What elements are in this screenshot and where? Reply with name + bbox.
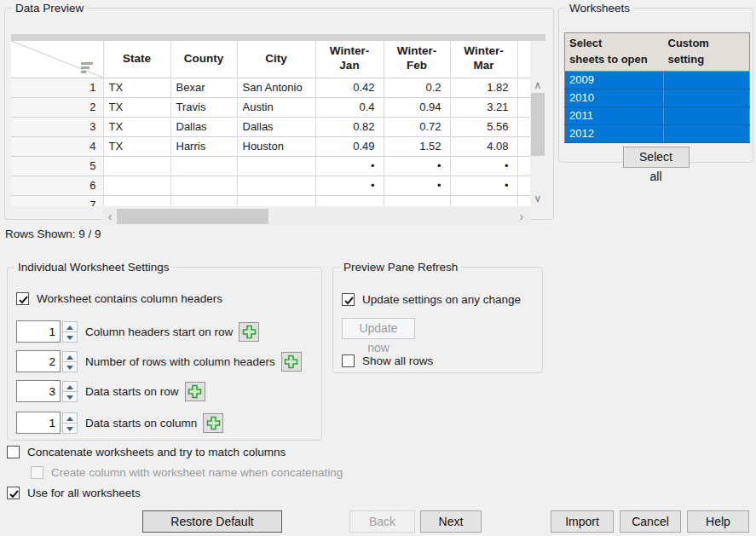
data-preview-table: State County City Winter-Jan Winter-Feb … xyxy=(11,34,545,227)
plus-icon xyxy=(188,384,202,399)
plus-icon xyxy=(206,416,221,430)
check-icon xyxy=(343,294,355,307)
column-headers-start-row-label: Column headers start on row xyxy=(85,326,233,338)
row-number: 3 xyxy=(11,117,103,136)
worksheet-row-2011[interactable]: 2011 xyxy=(565,107,750,124)
diagonal-line-icon xyxy=(11,41,103,78)
column-header-state[interactable]: State xyxy=(103,41,170,78)
row-number: 4 xyxy=(11,136,103,156)
row-number: 2 xyxy=(11,97,103,117)
spin-down-icon[interactable] xyxy=(62,331,78,343)
update-settings-checkbox[interactable] xyxy=(342,293,355,306)
worksheets-col-custom-header: Custom setting xyxy=(664,33,750,72)
data-starts-column-stepper[interactable] xyxy=(62,412,78,434)
back-button[interactable]: Back xyxy=(349,510,415,533)
next-button[interactable]: Next xyxy=(420,510,482,533)
scroll-down-icon[interactable]: ∨ xyxy=(530,191,545,206)
data-starts-row-label: Data starts on row xyxy=(85,385,179,398)
column-levels-icon xyxy=(81,62,93,72)
table-row[interactable]: 2 TX Travis Austin 0.4 0.94 3.21 xyxy=(11,97,530,117)
data-starts-column-label: Data starts on column xyxy=(85,417,197,429)
row-number: 6 xyxy=(11,176,103,195)
update-settings-label: Update settings on any change xyxy=(362,293,521,306)
table-corner-cell[interactable] xyxy=(11,41,103,78)
concatenate-worksheets-checkbox[interactable] xyxy=(7,446,20,458)
spin-down-icon[interactable] xyxy=(62,391,78,402)
create-column-label: Create column with worksheet name when c… xyxy=(51,466,343,479)
data-preview-group: Data Preview State County City Winter-Ja… xyxy=(4,2,554,220)
preview-pane-refresh-title: Preview Pane Refresh xyxy=(340,261,461,274)
worksheets-header-row: Select sheets to open Custom setting xyxy=(565,33,750,72)
column-header-county[interactable]: County xyxy=(170,41,237,78)
concatenate-worksheets-label: Concatenate worksheets and try to match … xyxy=(27,446,286,458)
table-row[interactable]: 7 xyxy=(11,195,530,206)
vertical-scrollbar-thumb[interactable] xyxy=(531,93,545,156)
show-all-rows-checkbox[interactable] xyxy=(342,354,355,367)
worksheets-title: Worksheets xyxy=(566,2,633,14)
data-preview-title: Data Preview xyxy=(12,2,87,14)
worksheets-group: Worksheets Select sheets to open Custom … xyxy=(558,2,753,163)
column-header-winter-jan[interactable]: Winter-Jan xyxy=(315,41,384,78)
data-starts-row-input[interactable] xyxy=(16,380,61,402)
rows-with-headers-stepper[interactable] xyxy=(62,351,78,372)
scroll-up-icon[interactable]: ∧ xyxy=(530,78,545,93)
spin-down-icon[interactable] xyxy=(62,423,78,434)
spin-down-icon[interactable] xyxy=(62,361,78,372)
table-header-row: State County City Winter-Jan Winter-Feb … xyxy=(11,41,530,78)
worksheet-contains-headers-checkbox[interactable] xyxy=(16,292,29,305)
check-icon xyxy=(8,487,20,500)
plus-icon xyxy=(284,354,298,369)
table-row[interactable]: 3 TX Dallas Dallas 0.82 0.72 5.56 xyxy=(11,117,530,136)
data-starts-column-add-button[interactable] xyxy=(203,413,223,433)
create-column-checkbox xyxy=(31,466,43,479)
excel-import-wizard-dialog: { "colors": { "selection_blue": "#0078d7… xyxy=(0,0,756,536)
column-header-winter-feb[interactable]: Winter-Feb xyxy=(384,41,450,78)
rows-with-headers-input[interactable] xyxy=(16,350,61,372)
data-starts-column-input[interactable] xyxy=(16,412,61,434)
show-all-rows-label: Show all rows xyxy=(362,354,433,367)
column-header-city[interactable]: City xyxy=(237,41,315,78)
plus-icon xyxy=(242,325,257,339)
scroll-right-icon[interactable]: › xyxy=(515,208,528,225)
table-row[interactable]: 5 • • • xyxy=(11,156,530,176)
worksheet-row-2009[interactable]: 2009 xyxy=(565,71,750,89)
individual-worksheet-settings-title: Individual Worksheet Settings xyxy=(14,261,173,274)
horizontal-scrollbar[interactable]: ‹ › xyxy=(103,208,530,225)
table-row[interactable]: 6 • • • xyxy=(11,176,530,195)
table-top-strip xyxy=(11,34,545,41)
column-header-filler xyxy=(517,41,530,78)
column-headers-start-row-add-button[interactable] xyxy=(239,322,259,342)
cancel-button[interactable]: Cancel xyxy=(620,510,681,533)
update-now-button[interactable]: Update now xyxy=(342,318,415,339)
row-number: 5 xyxy=(11,156,103,176)
worksheets-list: Select sheets to open Custom setting 200… xyxy=(564,32,750,143)
check-icon xyxy=(17,293,30,306)
use-for-all-worksheets-checkbox[interactable] xyxy=(7,487,20,499)
data-starts-row-stepper[interactable] xyxy=(62,381,78,402)
worksheet-contains-headers-label: Worksheet contains column headers xyxy=(37,292,222,305)
preview-pane-refresh-group: Preview Pane Refresh Update settings on … xyxy=(332,261,543,373)
horizontal-scrollbar-thumb[interactable] xyxy=(117,209,268,224)
column-header-winter-mar[interactable]: Winter-Mar xyxy=(450,41,517,78)
table-row[interactable]: 1 TX Bexar San Antonio 0.42 0.2 1.82 xyxy=(11,78,530,97)
column-headers-start-row-input[interactable] xyxy=(16,320,61,343)
use-for-all-worksheets-label: Use for all worksheets xyxy=(27,487,141,499)
worksheet-row-2012[interactable]: 2012 xyxy=(565,124,750,142)
row-number: 1 xyxy=(11,78,103,97)
data-starts-row-add-button[interactable] xyxy=(185,382,205,401)
vertical-scrollbar[interactable]: ∧ ∨ xyxy=(530,78,545,206)
individual-worksheet-settings-group: Individual Worksheet Settings Worksheet … xyxy=(7,261,322,441)
rows-shown-status: Rows Shown: 9 / 9 xyxy=(5,228,101,240)
worksheets-col-select-header: Select sheets to open xyxy=(565,33,664,72)
import-button[interactable]: Import xyxy=(551,510,614,533)
worksheet-row-2010[interactable]: 2010 xyxy=(565,89,750,107)
scroll-left-icon[interactable]: ‹ xyxy=(103,208,117,225)
table-row[interactable]: 4 TX Harris Houston 0.49 1.52 4.08 xyxy=(11,136,530,156)
rows-with-headers-add-button[interactable] xyxy=(281,352,302,372)
help-button[interactable]: Help xyxy=(687,510,749,533)
restore-default-settings-button[interactable]: Restore Default Settings xyxy=(142,510,282,533)
row-number: 7 xyxy=(11,195,103,206)
select-all-button[interactable]: Select all xyxy=(623,147,690,168)
column-headers-start-row-stepper[interactable] xyxy=(62,321,78,343)
rows-with-headers-label: Number of rows with column headers xyxy=(85,355,275,368)
